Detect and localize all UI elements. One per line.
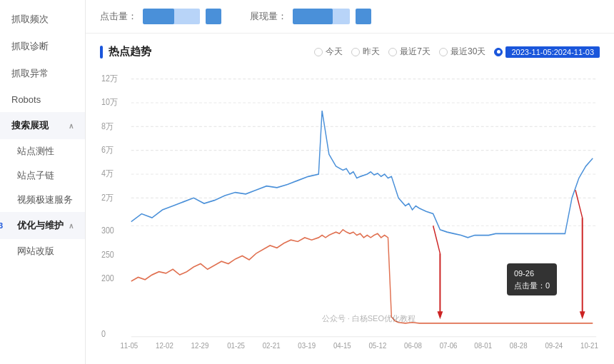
svg-text:300: 300 — [101, 226, 114, 236]
svg-text:0: 0 — [101, 329, 106, 338]
svg-text:2万: 2万 — [101, 193, 113, 202]
filter-30days[interactable]: 最近30天 — [439, 46, 485, 58]
top-bar: 点击量： 展现量： — [86, 0, 614, 34]
svg-text:04-15: 04-15 — [333, 342, 351, 350]
sidebar-item-site-property[interactable]: 站点测性 — [6, 139, 85, 163]
svg-text:07-06: 07-06 — [440, 342, 458, 350]
filter-yesterday[interactable]: 昨天 — [351, 46, 380, 58]
click-bar — [143, 9, 200, 24]
svg-text:08-28: 08-28 — [510, 342, 528, 350]
sidebar-item-crawl-error[interactable]: 抓取异常 — [0, 60, 85, 87]
chevron-up-icon2: ∧ — [69, 222, 74, 230]
sidebar-section-search[interactable]: 搜索展现 ∧ — [0, 112, 85, 139]
sidebar-item-crawl-diag[interactable]: 抓取诊断 — [0, 33, 85, 60]
svg-line-23 — [575, 190, 583, 218]
svg-text:05-12: 05-12 — [368, 342, 386, 350]
view-icon — [356, 9, 371, 24]
radio-custom — [494, 48, 503, 56]
filter-7days[interactable]: 最近7天 — [388, 46, 431, 58]
sidebar-sub-optimize: 网站改版 — [0, 239, 85, 263]
svg-text:12-29: 12-29 — [191, 342, 209, 350]
svg-text:12万: 12万 — [101, 74, 117, 83]
svg-text:09-24: 09-24 — [545, 342, 563, 350]
svg-marker-19 — [438, 311, 443, 319]
chart-header: 热点趋势 今天 昨天 最近7天 最近30天 — [100, 45, 600, 59]
svg-text:12-02: 12-02 — [156, 342, 173, 350]
sidebar-sub-search: 站点测性 站点子链 视频极速服务 — [0, 139, 85, 212]
click-icon — [206, 9, 221, 24]
radio-30days — [439, 48, 448, 56]
sidebar-item-site-revamp[interactable]: 网站改版 — [6, 239, 85, 263]
chart-section: 热点趋势 今天 昨天 最近7天 最近30天 — [86, 34, 614, 364]
chart-area: 12万 10万 8万 6万 4万 2万 300 250 200 0 — [100, 67, 600, 353]
svg-text:02-21: 02-21 — [263, 342, 281, 350]
radio-yesterday — [351, 48, 360, 56]
view-bar — [293, 9, 350, 24]
svg-text:01-25: 01-25 — [227, 342, 245, 350]
radio-today — [314, 48, 323, 56]
filter-today[interactable]: 今天 — [314, 46, 343, 58]
sidebar-item-video-service[interactable]: 视频极速服务 — [6, 188, 85, 212]
svg-text:4万: 4万 — [101, 169, 113, 178]
svg-text:06-08: 06-08 — [404, 342, 422, 350]
svg-text:8万: 8万 — [101, 121, 113, 131]
sidebar-item-crawl-freq[interactable]: 抓取频次 — [0, 6, 85, 33]
view-stat: 展现量： — [250, 9, 371, 24]
sidebar-section-optimize[interactable]: 3 优化与维护 ∧ — [0, 212, 85, 239]
sidebar-item-robots[interactable]: Robots — [0, 87, 85, 112]
chart-svg: 12万 10万 8万 6万 4万 2万 300 250 200 0 — [100, 67, 600, 353]
svg-text:250: 250 — [101, 250, 114, 259]
svg-text:03-19: 03-19 — [298, 342, 316, 350]
svg-marker-22 — [580, 311, 585, 319]
svg-line-20 — [433, 226, 441, 253]
svg-text:10-21: 10-21 — [580, 342, 598, 350]
chart-title: 热点趋势 — [100, 45, 151, 59]
svg-text:6万: 6万 — [101, 145, 113, 154]
chart-filters: 今天 昨天 最近7天 最近30天 2023-11-05:2024-11-03 — [314, 46, 600, 58]
main-content: 点击量： 展现量： 热点趋势 今天 — [86, 0, 614, 364]
radio-7days — [388, 48, 397, 56]
click-stat: 点击量： — [100, 9, 221, 24]
sidebar: 抓取频次 抓取诊断 抓取异常 Robots 搜索展现 ∧ 站点测性 站点子链 视… — [0, 0, 86, 364]
svg-text:11-05: 11-05 — [120, 342, 138, 350]
chevron-up-icon: ∧ — [69, 122, 74, 130]
svg-text:200: 200 — [101, 273, 114, 283]
svg-text:10万: 10万 — [101, 98, 117, 107]
sidebar-item-site-chain[interactable]: 站点子链 — [6, 163, 85, 188]
filter-custom-date[interactable]: 2023-11-05:2024-11-03 — [494, 46, 600, 58]
svg-text:08-01: 08-01 — [474, 342, 492, 350]
